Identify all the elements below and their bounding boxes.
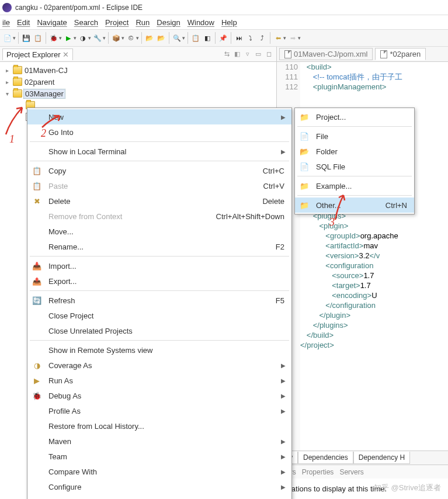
context-menu-main: New▶Go IntoShow in Local Terminal▶📋CopyC… bbox=[27, 108, 292, 499]
menu-item-label: File bbox=[316, 132, 411, 141]
bottom-views-bar: rkers Properties Servers bbox=[277, 465, 448, 479]
menu-item-copy[interactable]: 📋CopyCtrl+C bbox=[27, 163, 291, 178]
menu-item-delete[interactable]: ✖DeleteDelete bbox=[27, 193, 291, 209]
menu-item-maven[interactable]: Maven▶ bbox=[27, 434, 291, 449]
menu-design[interactable]: Design bbox=[157, 18, 180, 27]
menu-item-label: Show in Remote Systems view bbox=[48, 346, 288, 355]
menu-item-folder[interactable]: 📂Folder bbox=[295, 144, 414, 159]
fwd-icon[interactable]: ➡ bbox=[287, 33, 298, 43]
menu-item-debug-as[interactable]: 🐞Debug As▶ bbox=[27, 388, 291, 403]
submenu-arrow-icon: ▶ bbox=[281, 438, 288, 445]
menu-item-team[interactable]: Team▶ bbox=[27, 449, 291, 464]
menu-icon[interactable]: ▿ bbox=[242, 49, 253, 60]
submenu-arrow-icon: ▶ bbox=[281, 469, 288, 475]
coverage-icon[interactable]: ◑ bbox=[78, 33, 88, 43]
menu-item-move-[interactable]: Move... bbox=[27, 224, 291, 239]
menu-item-refresh[interactable]: 🔄RefreshF5 bbox=[27, 293, 291, 308]
tree-item[interactable]: ▸ 02parent bbox=[0, 76, 276, 88]
menu-edit[interactable]: Edit bbox=[17, 18, 30, 27]
menu-item-show-in-remote-systems-view[interactable]: Show in Remote Systems view bbox=[27, 342, 291, 358]
menu-item-go-into[interactable]: Go Into bbox=[27, 124, 291, 140]
submenu-arrow-icon: ▶ bbox=[281, 393, 288, 399]
tree-item[interactable]: ▾ 03Manager bbox=[0, 88, 276, 99]
menu-item-project-[interactable]: 📁Project... bbox=[295, 109, 414, 124]
link-editor-icon[interactable]: ⇆ bbox=[221, 49, 232, 60]
skip-icon[interactable]: ⏭ bbox=[234, 33, 244, 43]
menu-item-file[interactable]: 📄File bbox=[295, 129, 414, 144]
project-explorer-tab[interactable]: Project Explorer ✕ bbox=[2, 48, 73, 60]
menu-item-label: Copy bbox=[48, 167, 257, 175]
menu-item-close-unrelated-projects[interactable]: Close Unrelated Projects bbox=[27, 323, 291, 338]
menu-item-compare-with[interactable]: Compare With▶ bbox=[27, 464, 291, 479]
menu-run[interactable]: Run bbox=[136, 18, 150, 27]
step-icon[interactable]: ⤵ bbox=[245, 33, 256, 43]
menu-item-configure[interactable]: Configure▶ bbox=[27, 479, 291, 494]
toggle-icon[interactable]: ◧ bbox=[202, 33, 213, 43]
menu-help[interactable]: Help bbox=[221, 18, 237, 27]
new-package-icon[interactable]: 📦 bbox=[111, 33, 121, 43]
view-tab[interactable]: Servers bbox=[339, 468, 363, 476]
menu-item-new[interactable]: New▶ bbox=[27, 109, 291, 124]
menu-project[interactable]: Project bbox=[105, 18, 129, 27]
annotation-number-3: 3 bbox=[329, 216, 335, 228]
menu-item-label: Go Into bbox=[48, 128, 288, 137]
bottom-tab[interactable]: Dependency H bbox=[353, 452, 410, 464]
new-class-icon[interactable]: © bbox=[126, 33, 136, 43]
menu-item-run-as[interactable]: ▶Run As▶ bbox=[27, 373, 291, 388]
menu-item-restore-from-local-history-[interactable]: Restore from Local History... bbox=[27, 418, 291, 434]
step2-icon[interactable]: ⤴ bbox=[257, 33, 268, 43]
save-all-icon[interactable]: 📋 bbox=[33, 33, 43, 43]
bottom-tab[interactable]: Dependencies bbox=[298, 452, 353, 464]
menu-item-example-[interactable]: 📁Example... bbox=[295, 178, 414, 193]
run-icon[interactable]: ▶ bbox=[63, 33, 74, 43]
window-title: cangku - 02parent/pom.xml - Eclipse IDE bbox=[15, 4, 143, 12]
menu-navigate[interactable]: Navigate bbox=[37, 18, 67, 27]
open-type-icon[interactable]: 📂 bbox=[144, 33, 155, 43]
menu-item-other-[interactable]: 📁Other...Ctrl+N bbox=[295, 197, 414, 213]
menu-item-import-[interactable]: 📥Import... bbox=[27, 258, 291, 273]
import-icon: 📥 bbox=[31, 262, 43, 271]
menu-search[interactable]: Search bbox=[74, 18, 98, 27]
minimize-icon[interactable]: ▭ bbox=[253, 49, 263, 60]
project-icon: 📁 bbox=[298, 113, 310, 122]
view-tab[interactable]: Properties bbox=[302, 468, 334, 476]
menu-item-accel: Delete bbox=[262, 197, 288, 206]
annotation-icon[interactable]: 📋 bbox=[190, 33, 201, 43]
project-label: 01Maven-CJ bbox=[23, 66, 69, 75]
menu-item-label: Close Unrelated Projects bbox=[48, 327, 288, 335]
editor-tabs: 01Maven-CJ/pom.xml *02paren bbox=[277, 47, 448, 62]
menu-file[interactable]: ile bbox=[2, 18, 10, 27]
menu-item-source[interactable]: Source▶ bbox=[27, 494, 291, 499]
ext-tools-icon[interactable]: 🔧 bbox=[92, 33, 103, 43]
tree-item[interactable]: ▸ 01Maven-CJ bbox=[0, 64, 276, 76]
menu-item-rename-[interactable]: Rename...F2 bbox=[27, 239, 291, 254]
menubar: ile Edit Navigate Search Project Run Des… bbox=[0, 15, 448, 29]
pin-icon[interactable]: 📌 bbox=[218, 33, 228, 43]
menu-item-close-project[interactable]: Close Project bbox=[27, 308, 291, 323]
menu-item-show-in-local-terminal[interactable]: Show in Local Terminal▶ bbox=[27, 144, 291, 159]
editor-tab[interactable]: 01Maven-CJ/pom.xml bbox=[279, 48, 373, 60]
focus-icon[interactable]: ◧ bbox=[232, 49, 242, 60]
menu-item-paste: 📋PasteCtrl+V bbox=[27, 178, 291, 193]
open-task-icon[interactable]: 📂 bbox=[156, 33, 166, 43]
menu-item-accel: Ctrl+N bbox=[386, 201, 411, 210]
editor-tab-active[interactable]: *02paren bbox=[375, 48, 426, 60]
debug-icon[interactable]: 🐞 bbox=[48, 33, 59, 43]
folder-icon: 📂 bbox=[298, 147, 310, 156]
menu-item-label: Run As bbox=[48, 376, 275, 385]
menu-item-coverage-as[interactable]: ◑Coverage As▶ bbox=[27, 358, 291, 373]
menu-item-profile-as[interactable]: Profile As▶ bbox=[27, 403, 291, 418]
search-icon[interactable]: 🔍 bbox=[172, 33, 182, 43]
maximize-icon[interactable]: ◻ bbox=[263, 49, 274, 60]
menu-window[interactable]: Window bbox=[187, 18, 214, 27]
save-icon[interactable]: 💾 bbox=[21, 33, 32, 43]
menu-item-export-[interactable]: 📤Export... bbox=[27, 273, 291, 289]
back-icon[interactable]: ⬅ bbox=[273, 33, 283, 43]
menu-item-sql-file[interactable]: 📄SQL File bbox=[295, 159, 414, 174]
menu-item-label: Project... bbox=[316, 113, 411, 122]
menu-item-accel: F5 bbox=[276, 296, 288, 305]
main-toolbar: 📄▾ 💾 📋 🐞▾ ▶▾ ◑▾ 🔧▾ 📦▾ ©▾ 📂 📂 🔍▾ 📋 ◧ 📌 ⏭ … bbox=[0, 29, 448, 47]
new-button[interactable]: 📄 bbox=[2, 33, 13, 43]
window-titlebar: cangku - 02parent/pom.xml - Eclipse IDE bbox=[0, 0, 448, 15]
project-icon: 📁 bbox=[298, 182, 310, 190]
